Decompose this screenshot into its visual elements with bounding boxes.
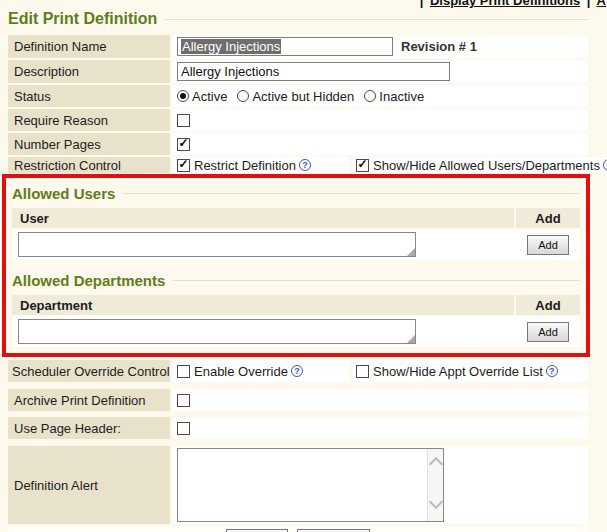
scheduler-override-row: Scheduler Override Control Enable Overri… [8,360,588,382]
scheduler-override-content: Enable Override ? Show/Hide Appt Overrid… [173,360,588,382]
allowed-departments-heading: Allowed Departments [12,272,165,289]
heading-rule [173,280,580,281]
edit-print-definition-form: Definition Name Allergy Injections Revis… [8,35,588,532]
status-row: Status Active Active but Hidden Inactive [8,85,588,107]
definition-name-input[interactable]: Allergy Injections [177,37,393,56]
scroll-down-icon[interactable] [428,495,442,509]
allowed-departments-table-header: Department Add [12,295,580,315]
add-link-clipped[interactable]: A [597,0,606,8]
status-content: Active Active but Hidden Inactive [173,85,588,107]
number-pages-row: Number Pages ✓ [8,133,588,155]
archive-content [173,389,588,411]
enable-override-label: Enable Override [194,364,288,379]
allowed-users-heading: Allowed Users [12,185,115,202]
restriction-control-label: Restriction Control [8,157,170,173]
check-icon: ✓ [178,158,188,170]
allowed-departments-heading-row: Allowed Departments [12,268,580,292]
show-hide-appt-override-checkbox[interactable] [356,365,369,378]
allowed-users-heading-row: Allowed Users [12,181,580,205]
definition-name-selected-text: Allergy Injections [181,39,281,54]
add-column-header: Add [516,208,580,228]
revision-number: Revision # 1 [401,39,477,54]
definition-alert-textarea[interactable] [178,449,427,521]
separator: | [420,0,424,8]
heading-rule [123,193,580,194]
status-option-label: Active but Hidden [252,89,354,104]
restriction-control-row: Restriction Control ✓ Restrict Definitio… [8,157,588,173]
description-content [173,60,588,83]
page-title-row: Edit Print Definition [8,9,588,29]
definition-name-label: Definition Name [8,35,170,58]
archive-label: Archive Print Definition [8,389,170,411]
use-page-header-checkbox[interactable] [177,422,190,435]
status-radio-active[interactable] [177,90,189,102]
check-icon: ✓ [357,158,367,170]
allowed-users-departments-highlight-box: Allowed Users User Add Add Allowed Depar… [2,174,590,357]
allowed-users-table-header: User Add [12,208,580,228]
enable-override-checkbox[interactable] [177,365,190,378]
show-hide-appt-override-label: Show/Hide Appt Override List [373,364,543,379]
definition-alert-textarea-wrap [177,448,444,522]
scheduler-override-label: Scheduler Override Control [8,360,170,382]
top-nav-links: | Display Print Definitions | A [417,0,606,8]
display-print-definitions-link[interactable]: Display Print Definitions [430,0,580,8]
department-textarea-wrap [18,319,416,344]
require-reason-label: Require Reason [8,109,170,131]
definition-alert-content [173,446,588,524]
use-page-header-content [173,417,588,439]
number-pages-label: Number Pages [8,133,170,155]
require-reason-content [173,109,588,131]
user-textarea-wrap [18,232,416,257]
description-input[interactable] [177,62,450,81]
status-option-label: Active [192,89,227,104]
use-page-header-row: Use Page Header: [8,417,588,439]
allowed-users-input-row: Add [12,229,580,260]
description-row: Description [8,60,588,83]
description-label: Description [8,60,170,83]
use-page-header-label: Use Page Header: [8,417,170,439]
definition-name-row: Definition Name Allergy Injections Revis… [8,35,588,58]
user-textarea[interactable] [18,232,416,257]
definition-alert-label: Definition Alert [8,446,170,524]
status-label: Status [8,85,170,107]
page-title: Edit Print Definition [8,10,157,28]
user-add-cell: Add [516,235,580,255]
require-reason-checkbox[interactable] [177,114,190,127]
show-hide-appt-cell: Show/Hide Appt Override List ? [352,360,588,382]
scroll-up-icon[interactable] [428,457,442,471]
add-user-button[interactable]: Add [527,235,569,255]
number-pages-content: ✓ [173,133,588,155]
restrict-definition-checkbox[interactable]: ✓ [177,159,190,172]
definition-name-content: Allergy Injections Revision # 1 [173,35,588,58]
department-column-header: Department [12,295,514,315]
enable-override-cell: Enable Override ? [173,360,349,382]
require-reason-row: Require Reason [8,109,588,131]
separator: | [587,0,591,8]
user-column-header: User [12,208,514,228]
help-icon[interactable]: ? [291,365,303,377]
add-column-header: Add [516,295,580,315]
department-add-cell: Add [516,322,580,342]
status-radio-active-but-hidden[interactable] [237,90,249,102]
help-icon[interactable]: ? [603,159,607,171]
scrollbar[interactable] [427,449,443,521]
restrict-definition-label: Restrict Definition [194,158,296,173]
department-textarea[interactable] [18,319,416,344]
add-department-button[interactable]: Add [527,322,569,342]
restrict-definition-cell: ✓ Restrict Definition ? [173,157,349,173]
status-radio-inactive[interactable] [364,90,376,102]
archive-row: Archive Print Definition [8,389,588,411]
form-actions-row: Save Cancel [8,526,588,532]
definition-alert-row: Definition Alert [8,446,588,524]
allowed-departments-input-row: Add [12,316,580,347]
help-icon[interactable]: ? [299,159,311,171]
title-rule [165,19,588,20]
check-icon: ✓ [178,137,188,149]
show-hide-allowed-users-label: Show/Hide Allowed Users/Departments [373,158,600,173]
show-hide-users-cell: ✓ Show/Hide Allowed Users/Departments ? [352,157,607,173]
number-pages-checkbox[interactable]: ✓ [177,138,190,151]
help-icon[interactable]: ? [546,365,558,377]
show-hide-allowed-users-checkbox[interactable]: ✓ [356,159,369,172]
archive-checkbox[interactable] [177,394,190,407]
status-option-label: Inactive [379,89,424,104]
